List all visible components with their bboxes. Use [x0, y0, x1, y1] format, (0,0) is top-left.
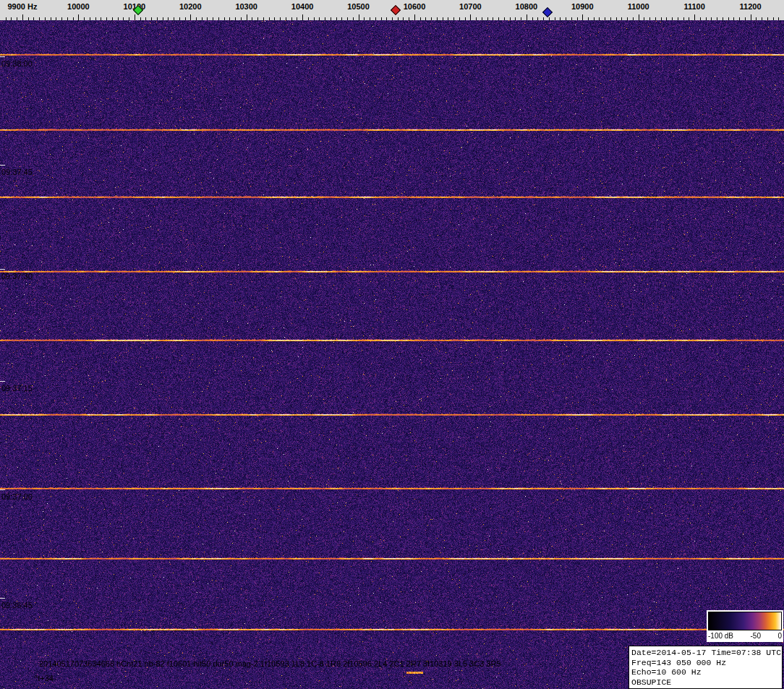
freq-tick-label: 10400	[291, 2, 314, 11]
freq-major-tick	[247, 14, 247, 20]
spectrogram-window: 9900 Hz100001010010200103001040010500106…	[0, 0, 784, 689]
freq-tick-label: 10200	[179, 2, 202, 11]
spectrogram-canvas[interactable]	[0, 20, 784, 689]
station-info-box: Date=2014-05-17 Time=07:38 UTCFreq=143 0…	[629, 646, 783, 689]
freq-major-tick	[414, 14, 415, 20]
time-tick	[0, 381, 5, 382]
time-label: 09:37:30	[1, 272, 33, 281]
time-tick	[0, 165, 5, 166]
info-line: Freq=143 050 000 Hz	[631, 658, 780, 668]
freq-tick-label: 10700	[459, 2, 482, 11]
colorbar-gradient	[708, 612, 782, 630]
cursor-readout-text: ^t+34	[34, 674, 54, 682]
freq-major-tick	[78, 14, 79, 20]
colorbar-label: 0	[777, 632, 782, 640]
time-tick	[0, 489, 5, 490]
freq-major-tick	[694, 14, 695, 20]
freq-tick-label: 10600	[404, 2, 426, 11]
freq-major-tick	[22, 14, 23, 20]
freq-major-tick	[135, 14, 135, 20]
info-line: Echo=10 600 Hz	[631, 667, 780, 677]
freq-tick-label: 10300	[235, 2, 257, 11]
time-label: 09:38:00	[1, 59, 33, 68]
info-line: Date=2014-05-17 Time=07:38 UTC	[631, 648, 780, 658]
freq-major-tick	[639, 14, 639, 20]
time-label: 09:37:00	[1, 492, 33, 501]
time-label: 09:37:15	[1, 384, 33, 393]
freq-tick-label: 10900	[571, 2, 594, 11]
freq-tick-label: 10000	[67, 2, 90, 11]
marker-diamond-red[interactable]	[391, 5, 401, 15]
frequency-axis[interactable]: 9900 Hz100001010010200103001040010500106…	[0, 0, 784, 20]
info-line: OBSUPICE	[631, 677, 780, 688]
freq-major-tick	[751, 14, 751, 20]
time-label: 09:36:45	[1, 601, 33, 609]
detection-info-text: 20140517073634668 hCnt21 nb-82 f10601 hi…	[39, 659, 501, 668]
freq-tick-label: 10500	[347, 2, 370, 11]
freq-major-tick	[302, 14, 303, 20]
time-label: 09:37:45	[1, 168, 33, 176]
time-tick	[0, 598, 5, 599]
freq-tick-label: 11000	[628, 2, 649, 11]
time-tick	[0, 56, 5, 57]
colorbar-label: -100 dB	[708, 632, 733, 640]
freq-tick-label: 11100	[683, 2, 704, 11]
freq-tick-label: 10800	[516, 2, 538, 11]
freq-tick-label: 9900 Hz	[7, 2, 37, 11]
freq-major-tick	[359, 14, 359, 20]
time-tick	[0, 269, 5, 270]
freq-major-tick	[527, 14, 527, 20]
colorbar-labels: -100 dB-500	[708, 632, 782, 640]
freq-major-tick	[190, 14, 191, 20]
freq-major-tick	[582, 14, 583, 20]
freq-tick-label: 11200	[740, 2, 762, 11]
freq-major-tick	[470, 14, 471, 20]
marker-diamond-blue[interactable]	[542, 7, 553, 17]
intensity-colorbar: -100 dB-500	[707, 610, 783, 642]
colorbar-label: -50	[751, 632, 761, 640]
waterfall-area: 09:38:0009:37:4509:37:3009:37:1509:37:00…	[0, 20, 784, 689]
